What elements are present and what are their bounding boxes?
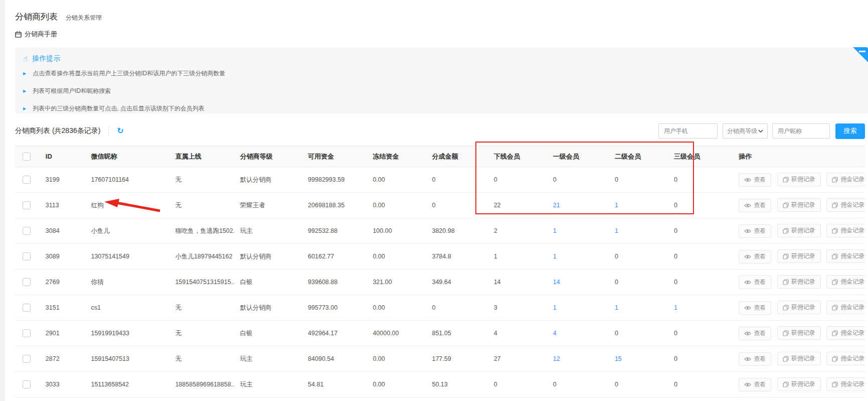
commission-fetch-record-button[interactable]: 获佣记录	[777, 352, 821, 365]
commission-fetch-record-button[interactable]: 获佣记录	[777, 326, 821, 340]
cell-id: 2769	[40, 270, 85, 295]
tips-title: 操作提示	[32, 54, 60, 63]
commission-record-button[interactable]: 佣金记录	[826, 301, 865, 314]
document-icon	[832, 177, 838, 183]
action-label: 获佣记录	[791, 278, 815, 286]
action-label: 获佣记录	[791, 226, 815, 235]
member-count-link[interactable]: 4	[553, 330, 557, 337]
cell-downline-members: 22	[488, 193, 547, 218]
document-icon	[783, 177, 789, 183]
row-checkbox[interactable]	[23, 201, 31, 209]
commission-fetch-record-button[interactable]: 获佣记录	[777, 198, 821, 212]
commission-fetch-record-button[interactable]: 获佣记录	[777, 275, 821, 289]
commission-record-button[interactable]: 佣金记录	[826, 224, 865, 237]
cell-level1-members: 14	[547, 270, 609, 295]
search-button[interactable]: 搜索	[835, 123, 865, 139]
member-count-link[interactable]: 21	[553, 202, 560, 209]
bullet-triangle-icon: ▶	[23, 89, 26, 93]
document-icon	[832, 381, 838, 387]
cell-level: 默认分销商	[234, 167, 302, 193]
commission-fetch-record-button[interactable]: 获佣记录	[777, 249, 821, 263]
commission-record-button[interactable]: 佣金记录	[826, 326, 865, 340]
document-icon	[783, 330, 789, 336]
commission-record-button[interactable]: 佣金记录	[826, 173, 865, 186]
cell-level2-members: 1	[609, 218, 668, 244]
member-count-link[interactable]: 1	[553, 227, 557, 234]
action-label: 获佣记录	[791, 329, 815, 337]
cell-downline-members: 4	[488, 321, 547, 346]
row-checkbox[interactable]	[23, 176, 31, 184]
cell-share-amount: 0	[426, 193, 487, 218]
tips-panel: ☝ 操作提示 ▶ 点击查看操作将显示当前用户上三级分销ID和该用户的下三级分销商…	[15, 47, 868, 114]
cell-upline: 1885858969618858...	[169, 372, 234, 397]
tip-item: ▶ 列表可根据用户ID和昵称搜索	[23, 83, 868, 99]
chevron-down-icon	[758, 127, 763, 135]
member-count-link[interactable]: 1	[553, 253, 557, 260]
document-icon	[832, 305, 838, 311]
member-count-link[interactable]: 1	[615, 304, 618, 311]
commission-record-button[interactable]: 佣金记录	[826, 275, 865, 289]
tip-text: 点击查看操作将显示当前用户上三级分销ID和该用户的下三级分销商数量	[33, 69, 225, 78]
commission-record-button[interactable]: 佣金记录	[826, 198, 865, 212]
view-button[interactable]: 查看	[739, 327, 771, 340]
view-button[interactable]: 查看	[739, 276, 771, 289]
cell-level1-members: 4	[547, 321, 609, 346]
member-count-link[interactable]: 15	[615, 355, 622, 362]
cell-level1-members: 1	[547, 295, 609, 321]
table-header: ID 微信昵称 直属上线 分销商等级 可用资金 冻结资金 分成金额 下线会员 一…	[15, 146, 865, 167]
document-icon	[783, 305, 789, 311]
cell-share-amount: 177.59	[426, 346, 487, 372]
row-checkbox[interactable]	[23, 227, 31, 235]
view-button[interactable]: 查看	[739, 199, 771, 212]
member-count-link[interactable]: 1	[615, 202, 618, 209]
col-header-frozen-funds: 冻结资金	[367, 146, 426, 167]
cell-share-amount: 0	[426, 295, 487, 321]
member-count-link[interactable]: 1	[674, 304, 677, 311]
member-count-link[interactable]: 14	[553, 279, 560, 286]
row-checkbox[interactable]	[23, 304, 31, 312]
commission-record-button[interactable]: 佣金记录	[826, 377, 865, 391]
cell-available-funds: 995773.00	[302, 295, 367, 321]
commission-fetch-record-button[interactable]: 获佣记录	[777, 301, 821, 314]
row-checkbox[interactable]	[23, 329, 31, 337]
row-checkbox[interactable]	[23, 278, 31, 286]
manual-link[interactable]: 分销商手册	[15, 30, 868, 39]
cell-level2-members: 1	[609, 295, 668, 321]
cell-available-funds: 939608.88	[302, 270, 367, 295]
view-button[interactable]: 查看	[739, 224, 771, 238]
member-count: 0	[615, 279, 618, 286]
commission-record-button[interactable]: 佣金记录	[826, 352, 865, 365]
commission-fetch-record-button[interactable]: 获佣记录	[777, 377, 821, 391]
cell-available-funds: 992532.88	[302, 218, 367, 244]
col-header-upline: 直属上线	[169, 146, 234, 167]
commission-fetch-record-button[interactable]: 获佣记录	[777, 224, 821, 237]
view-button[interactable]: 查看	[739, 250, 771, 263]
nickname-search-input[interactable]	[772, 123, 830, 139]
commission-record-button[interactable]: 佣金记录	[826, 249, 865, 263]
member-count-link[interactable]: 1	[615, 227, 618, 234]
commission-fetch-record-button[interactable]: 获佣记录	[777, 173, 821, 186]
cell-frozen-funds: 321.00	[367, 270, 426, 295]
view-button[interactable]: 查看	[739, 301, 771, 315]
row-checkbox[interactable]	[23, 252, 31, 260]
level-select[interactable]: 分销商等级	[723, 123, 768, 139]
table-row: 2872 15915407513 无 玩主 84090.54 0.00 177.…	[15, 346, 865, 372]
cell-level1-members: 0	[547, 167, 609, 193]
view-button[interactable]: 查看	[739, 378, 771, 391]
col-header-level3-members: 三级会员	[668, 146, 733, 167]
member-count-link[interactable]: 12	[553, 355, 560, 362]
row-checkbox[interactable]	[23, 380, 31, 388]
refresh-icon[interactable]: ↻	[117, 127, 123, 135]
cell-level3-members: 0	[668, 321, 733, 346]
row-checkbox[interactable]	[23, 355, 31, 363]
view-button[interactable]: 查看	[739, 352, 771, 366]
member-count-link[interactable]: 1	[553, 304, 557, 311]
cell-upline: 无	[169, 295, 234, 321]
view-button[interactable]: 查看	[739, 173, 771, 187]
collapse-corner-button[interactable]	[853, 47, 868, 62]
action-label: 获佣记录	[791, 354, 815, 363]
cell-level1-members: 1	[547, 244, 609, 270]
select-all-checkbox[interactable]	[23, 153, 31, 161]
tap-hand-icon: ☝	[23, 54, 28, 63]
phone-search-input[interactable]	[658, 123, 718, 139]
